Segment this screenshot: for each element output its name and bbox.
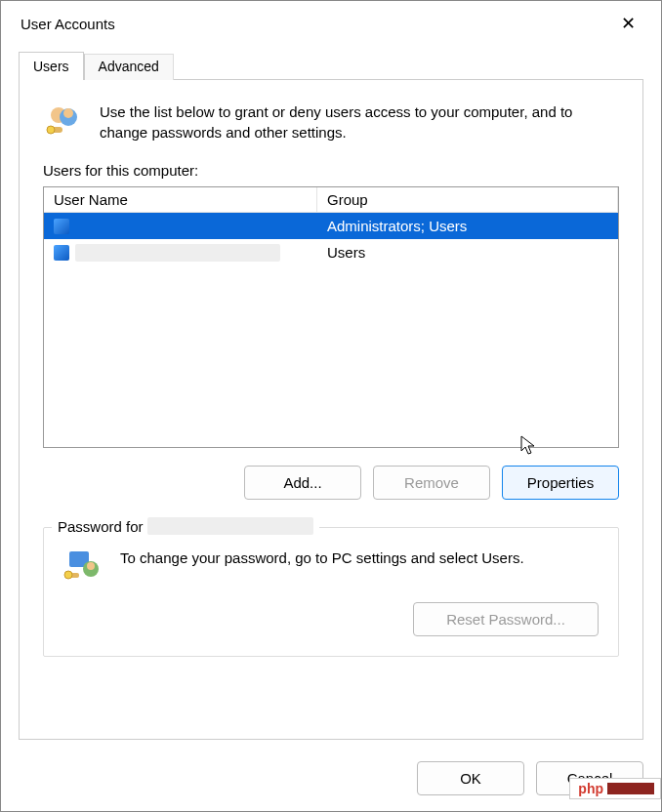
svg-point-7	[87, 562, 95, 570]
tab-advanced[interactable]: Advanced	[84, 54, 174, 80]
user-key-icon	[63, 546, 103, 585]
dialog-footer: OK Cancel php	[1, 751, 661, 811]
table-row[interactable]: Users	[44, 239, 618, 265]
column-header-username[interactable]: User Name	[44, 187, 317, 213]
user-buttons-row: Add... Remove Properties	[43, 466, 619, 500]
add-user-button[interactable]: Add...	[244, 466, 361, 500]
tab-strip: Users Advanced	[1, 52, 661, 80]
watermark-text: php	[578, 781, 603, 796]
password-instruction-text: To change your password, go to PC settin…	[120, 546, 524, 568]
password-legend-user	[147, 517, 313, 535]
tab-users[interactable]: Users	[19, 52, 84, 80]
table-row[interactable]: Administrators; Users	[44, 213, 618, 239]
window-title: User Accounts	[21, 16, 115, 32]
users-table[interactable]: User Name Group Administrators; Users	[43, 186, 619, 448]
user-icon	[54, 219, 69, 234]
reset-password-button: Reset Password...	[413, 602, 599, 636]
username-cell	[75, 218, 300, 235]
svg-point-9	[64, 571, 72, 579]
remove-user-button: Remove	[373, 466, 490, 500]
user-accounts-window: User Accounts ✕ Users Advanced Use the l…	[0, 0, 662, 812]
group-cell: Users	[317, 242, 618, 263]
users-list-label: Users for this computer:	[43, 162, 619, 179]
password-fieldset: Password for To change your password, go…	[43, 527, 619, 657]
svg-point-4	[47, 126, 55, 134]
users-keys-icon	[43, 102, 84, 142]
intro-row: Use the list below to grant or deny user…	[43, 96, 619, 162]
properties-button[interactable]: Properties	[502, 466, 619, 500]
titlebar: User Accounts ✕	[1, 1, 661, 46]
column-header-group[interactable]: Group	[317, 187, 618, 213]
watermark-bar	[607, 783, 654, 794]
username-cell	[75, 244, 280, 262]
user-icon	[54, 245, 69, 261]
watermark-badge: php	[569, 778, 661, 799]
svg-point-2	[63, 108, 73, 118]
intro-text: Use the list below to grant or deny user…	[100, 102, 619, 142]
tab-panel-users: Use the list below to grant or deny user…	[19, 79, 643, 740]
password-legend-prefix: Password for	[58, 518, 144, 535]
group-cell: Administrators; Users	[317, 216, 618, 236]
table-header: User Name Group	[44, 187, 618, 213]
password-legend: Password for	[52, 517, 319, 535]
close-button[interactable]: ✕	[609, 9, 647, 38]
table-body: Administrators; Users Users	[44, 213, 618, 447]
ok-button[interactable]: OK	[417, 761, 524, 795]
